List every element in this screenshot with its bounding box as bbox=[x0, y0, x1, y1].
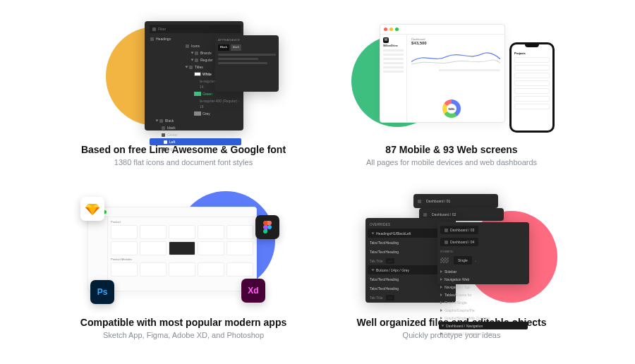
feature-subtitle: Sketch App, Figma, Adobe XD, and Photosh… bbox=[103, 331, 264, 339]
design-app-window: Product Product Modules bbox=[87, 207, 257, 291]
feature-title: 87 Mobile & 93 Web screens bbox=[385, 144, 517, 155]
adobe-xd-app-icon: Xd bbox=[241, 279, 265, 303]
browser-sidebar: W WillowShine bbox=[380, 35, 407, 122]
donut-chart: $45k bbox=[442, 99, 461, 118]
phone-mockup: Projects bbox=[509, 42, 555, 133]
browser-mockup: W WillowShine Dashboard $43,500 bbox=[380, 24, 505, 123]
illustration-screens: W WillowShine Dashboard $43,500 bbox=[346, 21, 557, 134]
illustration-apps: Product Product Modules P bbox=[78, 194, 289, 307]
feature-title: Compatible with most popular modern apps bbox=[80, 317, 286, 328]
sparkline-chart bbox=[411, 47, 500, 67]
dark-tab-row-1: Dashboard / 01 bbox=[413, 194, 498, 208]
illustration-icons-fonts: Filter Headings Icons Brands Regular Tit… bbox=[78, 21, 289, 134]
sketch-app-icon bbox=[80, 197, 104, 221]
feature-subtitle: 1380 flat icons and document font styles bbox=[114, 158, 253, 166]
feature-card-4: Dashboard / 01 Dashboard / 02 Overrides … bbox=[332, 194, 572, 350]
window-traffic-lights bbox=[380, 25, 504, 35]
svg-point-0 bbox=[267, 225, 272, 229]
dark-appearance-panel: APPEARANCE Black black bbox=[215, 35, 279, 92]
feature-subtitle: All pages for mobile devices and web das… bbox=[366, 158, 537, 166]
browser-main: Dashboard $43,500 $45k bbox=[407, 35, 504, 122]
illustration-organized: Dashboard / 01 Dashboard / 02 Overrides … bbox=[346, 194, 557, 307]
photoshop-app-icon: Ps bbox=[90, 280, 114, 304]
feature-card-2: W WillowShine Dashboard $43,500 bbox=[332, 21, 572, 177]
figma-app-icon bbox=[255, 215, 279, 239]
feature-card-1: Filter Headings Icons Brands Regular Tit… bbox=[64, 21, 303, 177]
feature-card-3: Product Product Modules P bbox=[64, 194, 303, 350]
dark-symbol-panel: Dashboard / 03 Dashboard / 04 SYMBOL Sin… bbox=[437, 222, 529, 284]
